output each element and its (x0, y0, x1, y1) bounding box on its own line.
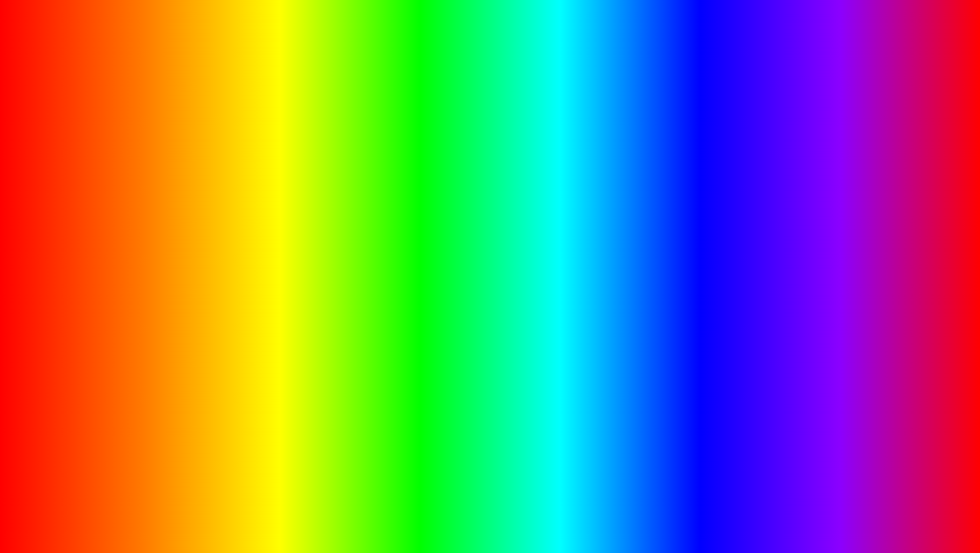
left-sidebar: ⚙ 🏆 Dungeon 🍎 Devil Fruit 🛒 Shop (55, 210, 90, 352)
right-user-avatar: 👤 (689, 190, 705, 206)
devil-fruit-icon-left: 🍎 (67, 267, 78, 279)
bottom-farm: FARM (302, 479, 442, 535)
btn-pvp-zone[interactable]: Teleport Pvp Zone (Must Be in Temple Of … (94, 285, 303, 300)
race-v4-section: Race V4 (723, 215, 931, 225)
center-devil-fruit: 😈 (462, 416, 518, 469)
right-gui-user-row: 👤 XxArSendxX teleporlu cap Hr(s) : 0 Min… (683, 187, 935, 210)
left-gui-stats: 08:12:22 [FPS] 25 (244, 174, 302, 180)
left-user-info: XxArSendxX teleporlu cap (80, 192, 224, 205)
left-gui-user-row: 👤 XxArSendxX teleporlu cap Hr(s) : 0 Min… (55, 187, 307, 210)
right-sidebar-misc-label: Misc (696, 336, 706, 341)
right-gui-body: ⚙ 🏆 Dungeon 🍎 Devil Fruit 🛒 Shop (683, 210, 935, 352)
btn-clock-arrow[interactable]: Clock Arrow (723, 299, 931, 315)
left-gui-body: ⚙ 🏆 Dungeon 🍎 Devil Fruit 🛒 Shop (55, 210, 307, 352)
btn-unlock-lever[interactable]: Unlock Lever. (723, 282, 931, 297)
dungeon-icon: 🏆 (67, 239, 78, 251)
btn-teleport-lever-pull[interactable]: Teleport To Lever Pull (723, 246, 931, 261)
left-user-avatar: 👤 (60, 190, 76, 206)
left-gui-window: ⚡ ZEN HUB 08:12:22 [FPS] 25 👤 XxArSendxX… (54, 165, 308, 353)
blox-x-text: X (925, 454, 941, 483)
left-gui-logo-icon: ⚡ (60, 169, 74, 184)
left-ping: [Ping] : 88.403 (11%CV) (228, 198, 302, 204)
sidebar-item-settings[interactable]: ⚙ (58, 214, 87, 233)
settings-icon: ⚙ (67, 218, 78, 229)
right-sidebar: ⚙ 🏆 Dungeon 🍎 Devil Fruit 🛒 Shop (683, 210, 719, 352)
left-gui-logo: ⚡ ZEN HUB (60, 169, 116, 184)
btn-safe-zone[interactable]: Teleport To Safe Zone When Pvp (Must Be … (94, 267, 303, 283)
right-sidebar-devil-fruit-label: Devil Fruit (691, 280, 711, 285)
left-session-info: Hr(s) : 0 Min(s) : 9 Sec(s) : 45 [Ping] … (228, 192, 302, 204)
right-sidebar-item-misc[interactable]: 🔧 Misc (687, 319, 715, 345)
sidebar-item-stats[interactable]: 📊 Stats (58, 319, 87, 345)
right-session-time: Hr(s) : 0 Min(s) : 9 Sec(s) : 22 (857, 192, 930, 198)
background-scene: BLOX FRUITS RACE V4 SMOOTH ⚡ ZEN HUB 08:… (3, 3, 977, 550)
wings-decoration: 🕊 (253, 399, 302, 452)
right-sidebar-item-devil-fruit[interactable]: 🍎 Devil Fruit (687, 263, 715, 289)
right-session-info: Hr(s) : 0 Min(s) : 9 Sec(s) : 22 [Ping] … (857, 192, 930, 204)
left-gui-fps: 25 (296, 174, 302, 180)
right-sidebar-item-dungeon[interactable]: 🏆 Dungeon (687, 235, 715, 261)
title-area: BLOX FRUITS (3, 13, 977, 95)
right-user-subtitle: teleporlu cap (709, 199, 853, 205)
right-sidebar-item-settings[interactable]: ⚙ (687, 214, 715, 233)
left-session-time: Hr(s) : 0 Min(s) : 9 Sec(s) : 45 (228, 192, 302, 198)
right-sidebar-item-shop[interactable]: 🛒 Shop (687, 291, 715, 317)
sidebar-dungeon-label: Dungeon (63, 252, 82, 257)
btn-human-door[interactable]: Teleport Human Door (Must Be in Temple O… (94, 214, 303, 229)
sidebar-item-devil-fruit[interactable]: 🍎 Devil Fruit (58, 263, 87, 289)
right-dungeon-icon: 🏆 (696, 239, 707, 251)
stats-icon: 📊 (67, 323, 78, 334)
right-gui-logo-icon: ⚡ (689, 169, 703, 184)
right-gui-header: ⚡ ZEN HUB 8:11:59 [FPS] 40 (683, 166, 935, 187)
right-misc-icon: 🔧 (696, 323, 707, 334)
right-gui-fps-label: [FPS] (902, 174, 917, 180)
right-gui-fps: 40 (924, 174, 930, 180)
blox-logo-text: BL (856, 454, 890, 483)
right-gui-logo: ⚡ ZEN HUB (689, 169, 744, 184)
right-username: XxArSendxX (709, 192, 853, 199)
bottom-text-area: AUTO FARM SCRIPT PASTEBIN (3, 479, 977, 535)
btn-mink-door[interactable]: Teleport Mink Door (Must Be in Temple Of… (94, 232, 303, 247)
title-fruits: FRUITS (467, 13, 730, 95)
left-user-subtitle: teleporlu cap (80, 199, 224, 205)
right-settings-icon: ⚙ (696, 218, 707, 229)
right-gui-time: 8:11:59 (876, 174, 895, 180)
title-blox: BLOX (250, 13, 452, 95)
main-container: BLOX FRUITS RACE V4 SMOOTH ⚡ ZEN HUB 08:… (0, 0, 980, 553)
left-gui-content: Teleport Human Door (Must Be in Temple O… (90, 210, 307, 352)
left-gui-header: ⚡ ZEN HUB 08:12:22 [FPS] 25 (55, 166, 307, 187)
blox-logo-icon: 🔴 (892, 454, 923, 482)
right-sidebar-dungeon-label: Dungeon (692, 252, 710, 257)
right-sidebar-shop-label: Shop (696, 308, 706, 313)
sidebar-item-dungeon[interactable]: 🏆 Dungeon (58, 235, 87, 261)
right-devil-fruit-icon: 🍎 (696, 267, 707, 279)
right-gui-stats: 8:11:59 [FPS] 40 (876, 174, 930, 180)
right-gui-content: Race V4 Teleport To Timple Of Time Telep… (719, 210, 935, 352)
sidebar-item-shop[interactable]: 🛒 Shop (58, 291, 87, 317)
left-gui-brand: ZEN HUB (77, 172, 116, 181)
right-gui-brand: ZEN HUB (706, 172, 744, 181)
shop-icon: 🛒 (67, 295, 78, 306)
bottom-pastebin: PASTEBIN (618, 484, 829, 531)
left-gui-time: 08:12:22 (244, 174, 266, 180)
right-gui-window: ⚡ ZEN HUB 8:11:59 [FPS] 40 👤 XxArSendxX … (682, 165, 936, 353)
sidebar-devil-fruit-label: Devil Fruit (62, 280, 83, 285)
bottom-script: SCRIPT (452, 484, 607, 531)
sidebar-shop-label: Shop (67, 308, 78, 313)
sidebar-stats-label: Stats (67, 336, 78, 341)
left-username: XxArSendxX (80, 192, 224, 199)
right-user-info: XxArSendxX teleporlu cap (709, 192, 853, 205)
btn-sky-door[interactable]: Teleport Sky Door (Must Be in Temple Of … (94, 250, 303, 265)
left-gui-fps-label: [FPS] (274, 174, 288, 180)
right-shop-icon: 🛒 (696, 295, 707, 306)
bottom-auto: AUTO (152, 479, 291, 535)
btn-teleport-ancient-one[interactable]: Teleport To Acient One (Must Be in Templ… (723, 264, 931, 279)
btn-teleport-temple[interactable]: Teleport To Timple Of Time (723, 228, 931, 244)
right-ping: [Ping] : 100.195 (18%CV) (857, 198, 930, 204)
